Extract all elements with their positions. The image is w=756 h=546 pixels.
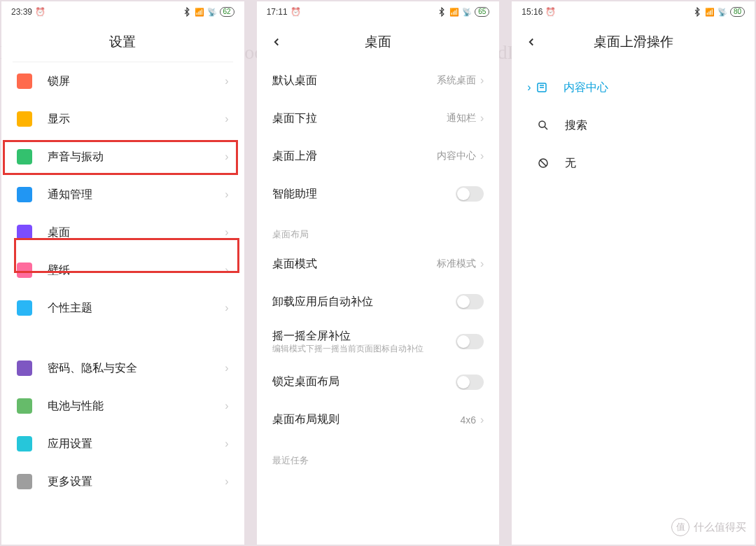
chevron-right-icon: › bbox=[480, 258, 484, 270]
settings-row-sound[interactable]: 声音与振动› bbox=[1, 138, 244, 176]
row-grid-rule[interactable]: 桌面布局规则 4x6 › bbox=[257, 401, 500, 439]
chevron-right-icon: › bbox=[480, 74, 484, 87]
wallpaper-icon bbox=[17, 262, 32, 278]
status-right: 📶 📡 62 bbox=[182, 7, 234, 17]
page-title: 设置 bbox=[1, 33, 244, 51]
battery-indicator: 62 bbox=[220, 7, 234, 17]
row-assistant[interactable]: 智能助理 bbox=[257, 175, 500, 213]
search-icon bbox=[536, 119, 551, 132]
wifi-icon: 📡 bbox=[207, 8, 217, 17]
phone-panel-swipe-up: 15:16 ⏰ 📶 📡 80 桌面上滑操作 › 内容中心 bbox=[512, 1, 755, 545]
row-value: 标准模式 bbox=[437, 258, 476, 270]
row-value: 系统桌面 bbox=[437, 74, 476, 87]
chevron-right-icon: › bbox=[480, 150, 484, 162]
row-label: 电池与性能 bbox=[48, 399, 225, 414]
toggle-switch[interactable] bbox=[456, 374, 484, 390]
settings-row-home[interactable]: 桌面› bbox=[1, 214, 244, 251]
battery-indicator: 80 bbox=[730, 7, 745, 17]
settings-row-lock[interactable]: 锁屏› bbox=[1, 62, 244, 100]
row-subtitle: 编辑模式下摇一摇当前页面图标自动补位 bbox=[272, 344, 456, 355]
chevron-right-icon: › bbox=[225, 438, 228, 450]
watermark-text: 什么值得买 bbox=[694, 521, 746, 534]
watermark: 值 什么值得买 bbox=[671, 518, 746, 536]
chevron-right-icon: › bbox=[225, 226, 228, 239]
bluetooth-icon bbox=[692, 7, 702, 17]
chevron-right-icon: › bbox=[225, 400, 228, 412]
signal-icon: 📶 bbox=[449, 8, 459, 17]
signal-icon: 📶 bbox=[705, 8, 715, 17]
phone-panel-desktop: 17:11 ⏰ 📶 📡 65 桌面 默认桌面 系统桌面 › 桌面下拉 bbox=[257, 1, 500, 545]
row-label: 密码、隐私与安全 bbox=[48, 361, 225, 376]
chevron-right-icon: › bbox=[225, 113, 228, 125]
notification-icon bbox=[17, 187, 32, 202]
chevron-right-icon: › bbox=[527, 81, 531, 94]
settings-row-apps[interactable]: 应用设置› bbox=[1, 425, 244, 463]
row-label: 卸载应用后自动补位 bbox=[272, 295, 456, 309]
row-value: 4x6 bbox=[460, 414, 476, 426]
sound-icon bbox=[17, 149, 32, 164]
row-layout-mode[interactable]: 桌面模式 标准模式 › bbox=[257, 245, 500, 283]
bluetooth-icon bbox=[182, 7, 192, 17]
settings-row-theme[interactable]: 个性主题› bbox=[1, 289, 244, 327]
apps-icon bbox=[17, 436, 32, 451]
status-bar: 23:39 ⏰ 📶 📡 62 bbox=[1, 1, 244, 22]
toggle-switch[interactable] bbox=[456, 186, 484, 202]
row-label: 壁纸 bbox=[48, 263, 225, 278]
status-right: 📶 📡 80 bbox=[692, 7, 745, 17]
battery-icon bbox=[17, 398, 32, 414]
theme-icon bbox=[17, 300, 32, 316]
row-default-launcher[interactable]: 默认桌面 系统桌面 › bbox=[257, 62, 500, 99]
display-icon bbox=[17, 111, 32, 127]
row-label: 桌面模式 bbox=[272, 257, 437, 272]
chevron-right-icon: › bbox=[225, 188, 228, 201]
settings-row-more[interactable]: 更多设置› bbox=[1, 463, 244, 500]
row-label: 桌面布局规则 bbox=[272, 412, 461, 427]
row-lock-layout[interactable]: 锁定桌面布局 bbox=[257, 363, 500, 401]
wifi-icon: 📡 bbox=[462, 8, 472, 17]
toggle-switch[interactable] bbox=[456, 334, 484, 349]
header: 桌面 bbox=[257, 22, 500, 62]
row-label: 默认桌面 bbox=[272, 74, 437, 88]
header: 设置 bbox=[1, 22, 244, 62]
status-time: 23:39 bbox=[11, 7, 32, 17]
settings-row-battery[interactable]: 电池与性能› bbox=[1, 387, 244, 425]
row-label: 更多设置 bbox=[48, 475, 225, 489]
option-search[interactable]: 搜索 bbox=[512, 106, 755, 144]
row-label: 个性主题 bbox=[48, 301, 225, 316]
more-icon bbox=[17, 474, 32, 489]
status-time: 15:16 bbox=[522, 7, 542, 17]
content-icon bbox=[534, 81, 550, 94]
chevron-right-icon: › bbox=[225, 75, 228, 88]
status-bar: 17:11 ⏰ 📶 📡 65 bbox=[257, 1, 500, 22]
row-value: 内容中心 bbox=[437, 150, 476, 162]
status-right: 📶 📡 65 bbox=[437, 7, 489, 17]
chevron-right-icon: › bbox=[480, 414, 484, 426]
row-swipe-up[interactable]: 桌面上滑 内容中心 › bbox=[257, 137, 500, 175]
alarm-icon: ⏰ bbox=[290, 7, 301, 17]
back-button[interactable] bbox=[523, 34, 540, 50]
none-icon bbox=[536, 157, 551, 169]
option-label: 无 bbox=[565, 156, 576, 171]
row-value: 通知栏 bbox=[447, 112, 476, 125]
row-autofill[interactable]: 卸载应用后自动补位 bbox=[257, 283, 500, 321]
option-label: 内容中心 bbox=[564, 80, 608, 95]
chevron-right-icon: › bbox=[225, 264, 228, 276]
page-title: 桌面上滑操作 bbox=[512, 33, 755, 51]
battery-indicator: 65 bbox=[475, 7, 489, 17]
chevron-right-icon: › bbox=[225, 150, 228, 163]
settings-row-display[interactable]: 显示› bbox=[1, 100, 244, 138]
phone-panel-settings: 23:39 ⏰ 📶 📡 62 设置 锁屏›显示›声音与振动›通知管理›桌面›壁纸… bbox=[1, 1, 244, 545]
settings-row-security[interactable]: 密码、隐私与安全› bbox=[1, 349, 244, 387]
settings-row-wallpaper[interactable]: 壁纸› bbox=[1, 251, 244, 289]
row-label: 摇一摇全屏补位 bbox=[272, 329, 456, 344]
row-shake-fill[interactable]: 摇一摇全屏补位 编辑模式下摇一摇当前页面图标自动补位 bbox=[257, 321, 500, 363]
alarm-icon: ⏰ bbox=[35, 7, 46, 17]
page-title: 桌面 bbox=[257, 33, 500, 51]
toggle-switch[interactable] bbox=[456, 294, 484, 309]
option-content-center[interactable]: › 内容中心 bbox=[512, 69, 755, 106]
settings-row-notification[interactable]: 通知管理› bbox=[1, 176, 244, 214]
row-pull-down[interactable]: 桌面下拉 通知栏 › bbox=[257, 99, 500, 137]
option-none[interactable]: 无 bbox=[512, 144, 755, 182]
section-title-recent: 最近任务 bbox=[257, 439, 500, 471]
back-button[interactable] bbox=[268, 34, 285, 50]
